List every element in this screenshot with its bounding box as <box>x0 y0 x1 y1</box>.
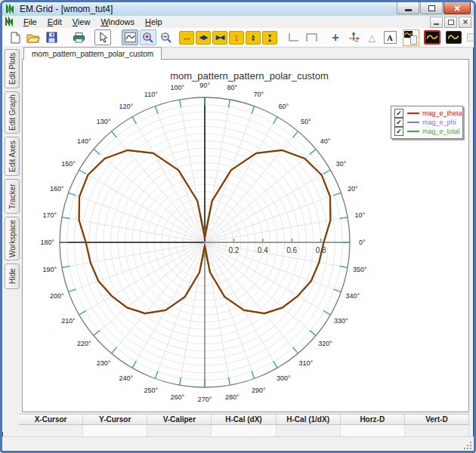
menu-item-help[interactable]: Help <box>140 17 168 27</box>
save-button[interactable] <box>43 29 60 45</box>
sidebar-tab-edit-graph[interactable]: Edit Graph <box>5 91 20 134</box>
mdi-close-icon <box>462 19 468 25</box>
crosshair-button[interactable]: + <box>327 29 344 45</box>
mdi-restore-icon <box>448 20 454 25</box>
resize-grip[interactable] <box>463 441 473 451</box>
menu-items: FileEditViewWindowsHelp <box>18 17 168 26</box>
cursor-col-h-cal-dx-: H-Cal (dX) <box>212 414 276 424</box>
h-zoom-expand-button[interactable]: ↔ <box>179 31 194 45</box>
axes-icon <box>348 32 360 43</box>
cursor-table-headers: X-CursorY-CursorV-CaliperH-Cal (dX)H-Cal… <box>19 414 469 425</box>
corner-top-icon <box>306 33 317 42</box>
zoom-in-icon <box>142 32 154 44</box>
mdi-close-button[interactable] <box>459 17 471 28</box>
svg-text:230°: 230° <box>97 359 111 367</box>
axes-tracker-button[interactable] <box>345 29 362 45</box>
legend-item-mag_e_phi: ✓mag_e_phi <box>394 118 459 127</box>
svg-text:60°: 60° <box>278 103 289 110</box>
svg-text:240°: 240° <box>119 374 133 382</box>
svg-text:130°: 130° <box>97 118 111 125</box>
svg-text:10°: 10° <box>354 211 365 219</box>
copy-plot-button[interactable] <box>403 29 419 45</box>
cursor-value-cell <box>277 425 341 437</box>
legend-checkbox-mag_e_phi[interactable]: ✓ <box>394 118 403 127</box>
menu-item-view[interactable]: View <box>67 17 96 27</box>
print-button[interactable] <box>70 29 87 45</box>
sidebar-tab-tracker[interactable]: Tracker <box>5 179 20 214</box>
v-pan-out-button[interactable]: ▲▼ <box>246 31 261 45</box>
text-annotation-button[interactable]: A <box>382 29 398 45</box>
h-pan-out-button[interactable]: ◀▶ <box>196 31 211 45</box>
chart-title: mom_pattern_pattern_polar_custom <box>170 70 329 82</box>
legend-checkbox-mag_e_theta[interactable]: ✓ <box>394 109 403 118</box>
save-floppy-icon <box>46 32 57 43</box>
h-fit-button[interactable]: ▶◀ <box>212 31 227 45</box>
cursor-value-cell <box>83 425 147 437</box>
corner-top-button[interactable] <box>303 29 320 45</box>
tab-polar-plot[interactable]: mom_pattern_pattern_polar_custom <box>23 47 162 60</box>
radial-label: 0.6 <box>286 246 297 254</box>
sidebar-tab-workspace[interactable]: Workspace <box>5 217 20 260</box>
title-bar[interactable]: EM.Grid - [wmom_tut4] <box>2 2 474 16</box>
menu-item-edit[interactable]: Edit <box>42 17 67 27</box>
v-fit-button[interactable]: ▼▲ <box>262 31 277 45</box>
distribute-vertical-button[interactable]: ↕ <box>469 29 474 45</box>
dark-plot-button[interactable] <box>445 29 462 45</box>
svg-text:350°: 350° <box>353 266 367 273</box>
legend-checkbox-mag_e_total[interactable]: ✓ <box>394 127 403 136</box>
cursor-col-vert-d: Vert-D <box>405 414 469 424</box>
sidebar-tab-edit-axes[interactable]: Edit Axes <box>5 137 20 176</box>
close-button[interactable] <box>444 2 471 14</box>
svg-text:270°: 270° <box>198 396 212 403</box>
legend-line-swatch <box>407 112 419 114</box>
tab-label: mom_pattern_pattern_polar_custom <box>32 50 153 58</box>
cursor-value-cell <box>212 425 276 437</box>
v-zoom-expand-button[interactable]: ↕ <box>229 31 244 45</box>
mdi-restore-button[interactable] <box>444 17 457 28</box>
svg-text:160°: 160° <box>50 185 64 193</box>
legend-label: mag_e_phi <box>422 119 456 126</box>
svg-text:90°: 90° <box>199 82 210 89</box>
document-logo-icon <box>5 17 15 27</box>
zoom-in-button[interactable] <box>140 29 156 45</box>
dark-plot-selected-button[interactable] <box>424 29 440 45</box>
plot-mode-button[interactable] <box>122 29 138 45</box>
svg-text:80°: 80° <box>227 84 237 91</box>
svg-text:100°: 100° <box>170 84 184 91</box>
crosshair-icon: + <box>332 31 339 44</box>
app-window: EM.Grid - [wmom_tut4] FileEditViewWindow… <box>0 0 476 453</box>
menu-item-windows[interactable]: Windows <box>95 17 140 27</box>
legend-box[interactable]: ✓mag_e_theta✓mag_e_phi✓mag_e_total <box>391 106 463 139</box>
close-icon <box>453 5 461 12</box>
mdi-minimize-icon <box>434 23 439 25</box>
h-red-arrows-icon: ↔ <box>182 32 192 42</box>
minimize-button[interactable] <box>397 2 419 14</box>
restore-button[interactable] <box>420 2 443 14</box>
h-fit-arrows-icon: ▶◀ <box>216 35 224 41</box>
zoom-out-button[interactable] <box>158 29 175 45</box>
svg-text:120°: 120° <box>119 103 133 110</box>
legend-item-mag_e_total: ✓mag_e_total <box>394 127 459 136</box>
window-title: EM.Grid - [wmom_tut4] <box>20 4 113 14</box>
open-file-button[interactable] <box>25 29 42 45</box>
svg-text:280°: 280° <box>225 393 240 401</box>
svg-text:40°: 40° <box>320 137 331 145</box>
plot-client-area[interactable]: 0.20.40.60.80°10°20°30°40°50°60°70°80°90… <box>22 59 469 412</box>
svg-text:330°: 330° <box>334 317 348 325</box>
copy-plot-icon <box>403 29 419 46</box>
corner-left-icon <box>289 33 298 42</box>
sidebar-tab-edit-plots[interactable]: Edit Plots <box>5 49 20 88</box>
select-cursor-button[interactable] <box>94 29 111 45</box>
sidebar-tab-hide[interactable]: Hide <box>5 263 20 289</box>
svg-text:260°: 260° <box>170 393 184 401</box>
new-document-button[interactable] <box>7 29 23 45</box>
legend-item-mag_e_theta: ✓mag_e_theta <box>394 109 459 118</box>
svg-text:30°: 30° <box>336 160 347 168</box>
triangle-button[interactable]: △ <box>363 29 380 45</box>
mdi-minimize-button[interactable] <box>430 17 443 28</box>
cursor-value-cell <box>19 425 83 437</box>
radial-label: 0.2 <box>228 246 239 254</box>
corner-left-button[interactable] <box>285 29 301 45</box>
svg-text:50°: 50° <box>301 118 311 125</box>
menu-item-file[interactable]: File <box>18 17 42 27</box>
